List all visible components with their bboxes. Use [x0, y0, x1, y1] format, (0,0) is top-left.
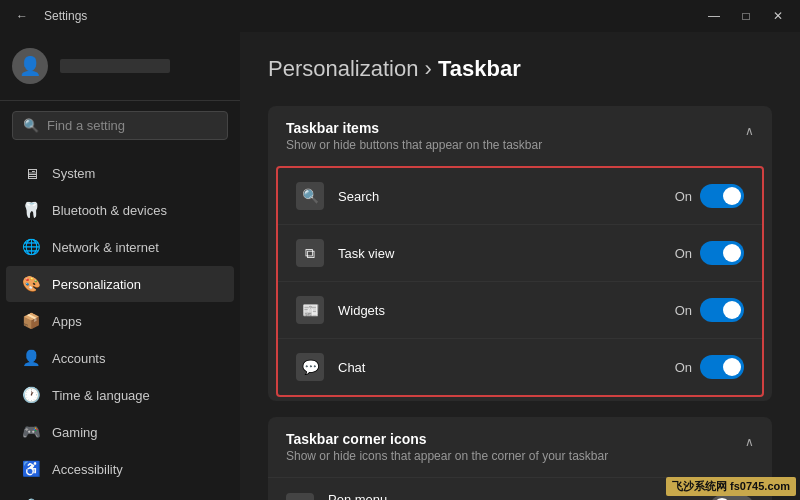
sidebar-item-label-network: Network & internet — [52, 240, 159, 255]
gaming-icon: 🎮 — [22, 423, 40, 441]
taskbar-items-section: Taskbar items Show or hide buttons that … — [268, 106, 772, 401]
main-content: Personalization › Taskbar Taskbar items … — [240, 32, 800, 500]
taskbar-item-search: 🔍 Search On — [278, 168, 762, 224]
sidebar-item-label-accessibility: Accessibility — [52, 462, 123, 477]
taskview-toggle[interactable] — [700, 241, 744, 265]
titlebar-left: ← Settings — [8, 6, 87, 26]
sidebar-item-bluetooth[interactable]: 🦷 Bluetooth & devices — [6, 192, 234, 228]
page-header: Personalization › Taskbar — [268, 56, 772, 82]
taskview-toggle-thumb — [723, 244, 741, 262]
pen-icon: ✏ — [286, 493, 314, 501]
chat-toggle-thumb — [723, 358, 741, 376]
corner-chevron-up-icon: ∧ — [745, 435, 754, 449]
title-bar: ← Settings — □ ✕ — [0, 0, 800, 32]
widgets-toggle-thumb — [723, 301, 741, 319]
chat-toggle[interactable] — [700, 355, 744, 379]
breadcrumb-current: Taskbar — [438, 56, 521, 81]
search-info: Search — [338, 189, 675, 204]
user-name — [60, 59, 170, 73]
sidebar-item-time[interactable]: 🕐 Time & language — [6, 377, 234, 413]
taskbar-corner-header[interactable]: Taskbar corner icons Show or hide icons … — [268, 417, 772, 477]
app-body: 👤 🔍 🖥 System 🦷 Bluetooth & devices 🌐 Net… — [0, 32, 800, 500]
minimize-button[interactable]: — — [700, 6, 728, 26]
sidebar-item-label-gaming: Gaming — [52, 425, 98, 440]
sidebar-item-label-system: System — [52, 166, 95, 181]
avatar: 👤 — [12, 48, 48, 84]
app-title: Settings — [44, 9, 87, 23]
user-section: 👤 — [0, 32, 240, 101]
search-box[interactable]: 🔍 — [12, 111, 228, 140]
search-name: Search — [338, 189, 675, 204]
sidebar-item-network[interactable]: 🌐 Network & internet — [6, 229, 234, 265]
sidebar-item-privacy[interactable]: 🔒 Privacy & security — [6, 488, 234, 500]
chat-info: Chat — [338, 360, 675, 375]
taskbar-items-subtitle: Show or hide buttons that appear on the … — [286, 138, 542, 152]
widgets-name: Widgets — [338, 303, 675, 318]
taskbar-items-group: 🔍 Search On ⧉ Task view On 📰 — [276, 166, 764, 397]
sidebar: 👤 🔍 🖥 System 🦷 Bluetooth & devices 🌐 Net… — [0, 32, 240, 500]
taskbar-corner-subtitle: Show or hide icons that appear on the co… — [286, 449, 608, 463]
sidebar-item-label-apps: Apps — [52, 314, 82, 329]
personalization-icon: 🎨 — [22, 275, 40, 293]
taskbar-items-header[interactable]: Taskbar items Show or hide buttons that … — [268, 106, 772, 166]
watermark: 飞沙系统网 fs0745.com — [666, 477, 796, 496]
nav-items: 🖥 System 🦷 Bluetooth & devices 🌐 Network… — [0, 150, 240, 500]
chat-name: Chat — [338, 360, 675, 375]
breadcrumb-separator: › — [425, 56, 438, 81]
accounts-icon: 👤 — [22, 349, 40, 367]
taskview-status: On — [675, 246, 692, 261]
search-control: On — [675, 184, 744, 208]
sidebar-item-label-time: Time & language — [52, 388, 150, 403]
taskview-control: On — [675, 241, 744, 265]
widgets-control: On — [675, 298, 744, 322]
section-title-info: Taskbar items Show or hide buttons that … — [286, 120, 542, 152]
taskview-info: Task view — [338, 246, 675, 261]
widgets-info: Widgets — [338, 303, 675, 318]
sidebar-item-accounts[interactable]: 👤 Accounts — [6, 340, 234, 376]
pen-info: Pen menu Show pen menu icon when pen is … — [328, 492, 685, 500]
chevron-up-icon: ∧ — [745, 124, 754, 138]
section-corner-title-info: Taskbar corner icons Show or hide icons … — [286, 431, 608, 463]
sidebar-item-label-personalization: Personalization — [52, 277, 141, 292]
search-status: On — [675, 189, 692, 204]
taskview-icon: ⧉ — [296, 239, 324, 267]
sidebar-item-label-accounts: Accounts — [52, 351, 105, 366]
back-button[interactable]: ← — [8, 6, 36, 26]
taskbar-item-chat: 💬 Chat On — [278, 338, 762, 395]
sidebar-item-apps[interactable]: 📦 Apps — [6, 303, 234, 339]
search-input[interactable] — [47, 118, 217, 133]
breadcrumb: Personalization › Taskbar — [268, 56, 772, 82]
search-toggle[interactable] — [700, 184, 744, 208]
pen-name: Pen menu — [328, 492, 685, 500]
breadcrumb-parent: Personalization — [268, 56, 418, 81]
chat-control: On — [675, 355, 744, 379]
accessibility-icon: ♿ — [22, 460, 40, 478]
sidebar-item-gaming[interactable]: 🎮 Gaming — [6, 414, 234, 450]
taskbar-items-title: Taskbar items — [286, 120, 542, 136]
widgets-status: On — [675, 303, 692, 318]
widgets-toggle[interactable] — [700, 298, 744, 322]
apps-icon: 📦 — [22, 312, 40, 330]
sidebar-item-personalization[interactable]: 🎨 Personalization — [6, 266, 234, 302]
system-icon: 🖥 — [22, 164, 40, 182]
search-icon: 🔍 — [296, 182, 324, 210]
time-icon: 🕐 — [22, 386, 40, 404]
taskbar-corner-title: Taskbar corner icons — [286, 431, 608, 447]
network-icon: 🌐 — [22, 238, 40, 256]
bluetooth-icon: 🦷 — [22, 201, 40, 219]
chat-status: On — [675, 360, 692, 375]
taskbar-item-taskview: ⧉ Task view On — [278, 224, 762, 281]
search-icon: 🔍 — [23, 118, 39, 133]
widgets-icon: 📰 — [296, 296, 324, 324]
search-toggle-thumb — [723, 187, 741, 205]
taskbar-item-widgets: 📰 Widgets On — [278, 281, 762, 338]
chat-icon: 💬 — [296, 353, 324, 381]
maximize-button[interactable]: □ — [732, 6, 760, 26]
sidebar-item-label-bluetooth: Bluetooth & devices — [52, 203, 167, 218]
taskview-name: Task view — [338, 246, 675, 261]
sidebar-item-accessibility[interactable]: ♿ Accessibility — [6, 451, 234, 487]
sidebar-item-system[interactable]: 🖥 System — [6, 155, 234, 191]
window-controls: — □ ✕ — [700, 6, 792, 26]
close-button[interactable]: ✕ — [764, 6, 792, 26]
